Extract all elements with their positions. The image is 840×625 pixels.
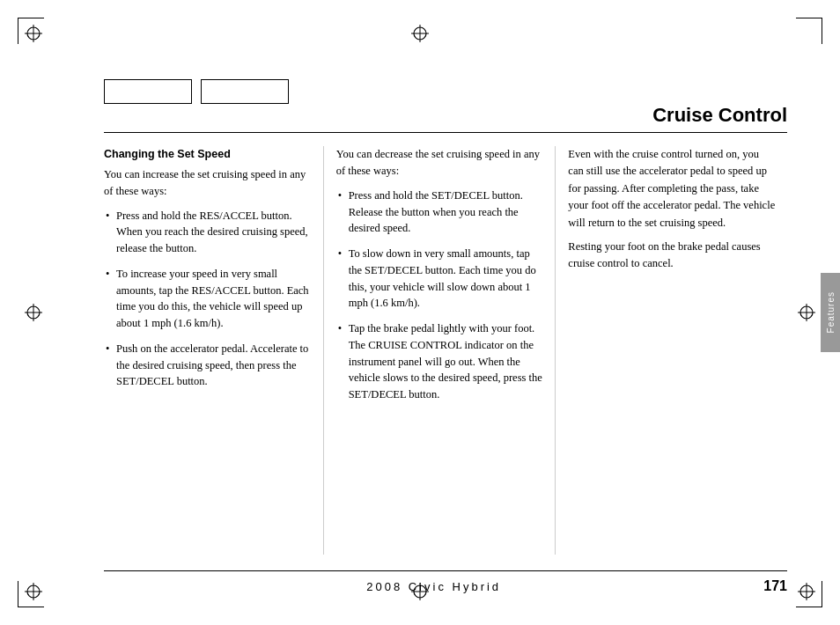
column-3: Even with the cruise control turned on, … bbox=[555, 146, 787, 555]
tab-box-2 bbox=[201, 79, 289, 104]
tab-box-1 bbox=[104, 79, 192, 104]
side-tab-label: Features bbox=[826, 291, 836, 333]
col3-para2: Resting your foot on the brake pedal cau… bbox=[568, 239, 777, 273]
col1-bullet-1: Press and hold the RES/ACCEL button. Whe… bbox=[104, 208, 313, 257]
section-title: Changing the Set Speed bbox=[104, 146, 313, 163]
col1-bullet-3: Push on the accelerator pedal. Accelerat… bbox=[104, 341, 313, 390]
page: Cruise Control Features Changing the Set… bbox=[0, 0, 840, 625]
tab-boxes bbox=[104, 79, 289, 104]
reg-mark-tc bbox=[411, 25, 429, 42]
reg-mark-mr bbox=[798, 304, 815, 321]
reg-mark-br bbox=[798, 583, 815, 600]
footer: 2008 Civic Hybrid 171 bbox=[104, 570, 787, 594]
corner-mark-tr bbox=[796, 18, 822, 44]
col1-bullet-2: To increase your speed in very small amo… bbox=[104, 266, 313, 332]
reg-mark-tl bbox=[25, 25, 42, 42]
column-2: You can decrease the set cruising speed … bbox=[323, 146, 556, 555]
footer-model: 2008 Civic Hybrid bbox=[366, 580, 501, 593]
col1-intro: You can increase the set cruising speed … bbox=[104, 166, 313, 201]
col2-intro: You can decrease the set cruising speed … bbox=[336, 146, 545, 180]
title-section: Cruise Control bbox=[104, 104, 787, 133]
col1-bullets: Press and hold the RES/ACCEL button. Whe… bbox=[104, 208, 313, 391]
reg-mark-bl bbox=[25, 583, 42, 600]
col2-bullet-3: Tap the brake pedal lightly with your fo… bbox=[336, 320, 545, 403]
content-area: Changing the Set Speed You can increase … bbox=[104, 146, 787, 555]
col2-bullet-1: Press and hold the SET/DECEL button. Rel… bbox=[336, 188, 545, 237]
column-1: Changing the Set Speed You can increase … bbox=[104, 146, 323, 555]
col2-bullets: Press and hold the SET/DECEL button. Rel… bbox=[336, 188, 545, 403]
page-title: Cruise Control bbox=[104, 104, 787, 133]
col3-para1: Even with the cruise control turned on, … bbox=[568, 146, 777, 232]
reg-mark-ml bbox=[25, 304, 42, 321]
col2-bullet-2: To slow down in very small amounts, tap … bbox=[336, 246, 545, 312]
side-tab: Features bbox=[821, 273, 840, 352]
footer-page-number: 171 bbox=[763, 578, 787, 594]
